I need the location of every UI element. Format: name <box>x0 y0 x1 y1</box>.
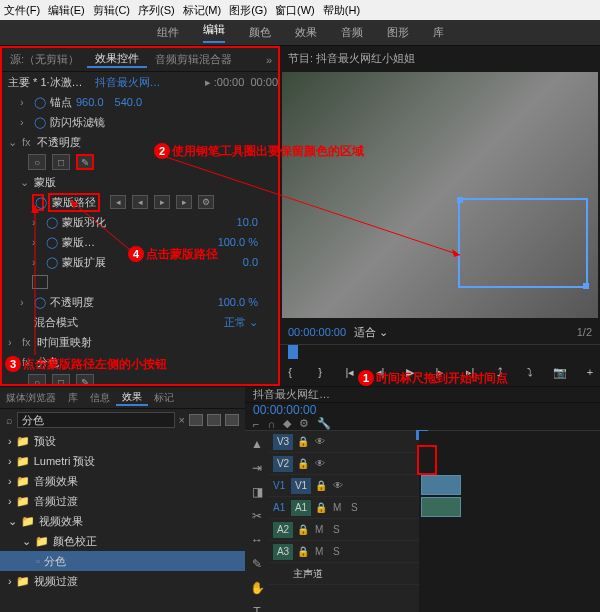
settings-icon[interactable]: + <box>580 363 600 381</box>
lift-icon[interactable]: ⤴ <box>490 363 510 381</box>
tree-audio-trans[interactable]: 音频过渡 <box>34 494 78 509</box>
rect-mask-icon[interactable]: □ <box>52 154 70 170</box>
track-v3-label[interactable]: V3 <box>273 434 293 450</box>
link-icon[interactable]: ∩ <box>267 418 275 430</box>
tab-library[interactable]: 库 <box>62 391 84 405</box>
lock-icon[interactable]: 🔒 <box>297 546 311 557</box>
menu-marker[interactable]: 标记(M) <box>183 3 222 18</box>
mask-outline[interactable] <box>458 198 588 288</box>
extract-icon[interactable]: ⤵ <box>520 363 540 381</box>
fx-badge-icon[interactable]: fx <box>22 136 31 148</box>
anchor-x[interactable]: 960.0 <box>76 96 104 108</box>
pen-tool-icon[interactable]: ✎ <box>248 555 266 573</box>
go-in-icon[interactable]: |◂ <box>340 363 360 381</box>
tree-lumetri[interactable]: Lumetri 预设 <box>34 454 96 469</box>
hand-tool-icon[interactable]: ✋ <box>248 579 266 597</box>
tree-presets[interactable]: 预设 <box>34 434 56 449</box>
mask-invert-checkbox[interactable] <box>32 275 48 289</box>
step-fwd-icon[interactable]: |▸ <box>430 363 450 381</box>
program-timecode[interactable]: 00:00:00:00 <box>288 326 346 338</box>
rect-mask-icon[interactable]: □ <box>52 374 70 384</box>
go-out-icon[interactable]: ▸| <box>460 363 480 381</box>
track-a2-label[interactable]: A2 <box>273 522 293 538</box>
ellipse-mask-icon[interactable]: ○ <box>28 374 46 384</box>
menu-graphics[interactable]: 图形(G) <box>229 3 267 18</box>
fx-badge-icon[interactable]: fx <box>22 356 31 368</box>
mask-path-label[interactable]: 蒙版路径 <box>48 193 100 212</box>
mask-track-prev-icon[interactable]: ◂ <box>132 195 148 209</box>
stopwatch-icon[interactable]: ◯ <box>34 296 46 309</box>
mask-expand-value[interactable]: 0.0 <box>243 256 258 268</box>
menu-help[interactable]: 帮助(H) <box>323 3 360 18</box>
export-frame-icon[interactable]: 📷 <box>550 363 570 381</box>
lock-icon[interactable]: 🔒 <box>297 436 311 447</box>
effects-search-input[interactable] <box>17 412 175 428</box>
settings-icon[interactable]: ⚙ <box>299 417 309 430</box>
pen-mask-icon[interactable]: ✎ <box>76 374 94 384</box>
blend-mode-value[interactable]: 正常 ⌄ <box>224 315 258 330</box>
timeline-clips-area[interactable] <box>419 431 600 612</box>
menu-window[interactable]: 窗口(W) <box>275 3 315 18</box>
program-viewer[interactable] <box>282 72 598 318</box>
fx-badge-filter-icon[interactable] <box>189 414 203 426</box>
stopwatch-icon[interactable]: ◯ <box>46 256 58 269</box>
track-a1-label[interactable]: A1 <box>291 500 311 516</box>
ripple-tool-icon[interactable]: ◨ <box>248 483 266 501</box>
eye-icon[interactable]: 👁 <box>315 436 329 447</box>
eye-icon[interactable]: 👁 <box>333 480 347 491</box>
ellipse-mask-icon[interactable]: ○ <box>28 154 46 170</box>
mask-track-next-icon[interactable]: ▸ <box>176 195 192 209</box>
snap-icon[interactable]: ⌐ <box>253 418 259 430</box>
clear-search-icon[interactable]: × <box>179 414 185 426</box>
lock-icon[interactable]: 🔒 <box>315 480 329 491</box>
mask-opacity-value[interactable]: 100.0 % <box>218 236 258 248</box>
ws-tab-audio[interactable]: 音频 <box>341 25 363 40</box>
timeline-timecode[interactable]: 00:00:00:00 <box>253 403 316 417</box>
tab-media-browser[interactable]: 媒体浏览器 <box>0 391 62 405</box>
mark-out-icon[interactable]: } <box>310 363 330 381</box>
menu-clip[interactable]: 剪辑(C) <box>93 3 130 18</box>
audio-clip[interactable] <box>421 497 461 517</box>
playhead-icon[interactable] <box>288 345 298 359</box>
track-v1-label[interactable]: V1 <box>291 478 311 494</box>
type-tool-icon[interactable]: T <box>248 603 266 612</box>
stopwatch-icon[interactable]: ◯ <box>34 96 46 109</box>
ws-tab-library[interactable]: 库 <box>433 25 444 40</box>
menu-sequence[interactable]: 序列(S) <box>138 3 175 18</box>
zoom-fit-dropdown[interactable]: 适合 ⌄ <box>354 325 388 340</box>
mask-path-stopwatch[interactable]: ◯ <box>32 194 44 211</box>
tab-audio-mixer[interactable]: 音频剪辑混合器 <box>147 52 240 67</box>
fx-badge-filter-icon[interactable] <box>225 414 239 426</box>
pen-mask-icon[interactable]: ✎ <box>76 154 94 170</box>
stopwatch-icon[interactable]: ◯ <box>46 216 58 229</box>
tab-effect-controls[interactable]: 效果控件 <box>87 51 147 68</box>
program-scrubber[interactable] <box>280 344 600 358</box>
ws-tab-color[interactable]: 颜色 <box>249 25 271 40</box>
opacity-value[interactable]: 100.0 % <box>218 296 258 308</box>
mask-feather-value[interactable]: 10.0 <box>237 216 258 228</box>
marker-icon[interactable]: ◆ <box>283 417 291 430</box>
lock-icon[interactable]: 🔒 <box>297 524 311 535</box>
ws-tab-graphics[interactable]: 图形 <box>387 25 409 40</box>
tree-video-fx[interactable]: 视频效果 <box>39 514 83 529</box>
stopwatch-icon[interactable]: ◯ <box>34 116 46 129</box>
stopwatch-icon[interactable]: ◯ <box>46 236 58 249</box>
track-v2-label[interactable]: V2 <box>273 456 293 472</box>
tab-markers[interactable]: 标记 <box>148 391 180 405</box>
mask-track-play-icon[interactable]: ▸ <box>154 195 170 209</box>
track-select-icon[interactable]: ⇥ <box>248 459 266 477</box>
tree-video-trans[interactable]: 视频过渡 <box>34 574 78 589</box>
tree-color-correct[interactable]: 颜色校正 <box>53 534 97 549</box>
fx-badge-icon[interactable]: fx <box>22 336 31 348</box>
play-icon[interactable]: ▶ <box>400 363 420 381</box>
tab-source[interactable]: 源:（无剪辑） <box>2 52 87 67</box>
slip-tool-icon[interactable]: ↔ <box>248 531 266 549</box>
tab-info[interactable]: 信息 <box>84 391 116 405</box>
panel-menu-icon[interactable]: » <box>266 54 272 66</box>
fx-badge-filter-icon[interactable] <box>207 414 221 426</box>
lock-icon[interactable]: 🔒 <box>297 458 311 469</box>
menu-edit[interactable]: 编辑(E) <box>48 3 85 18</box>
mark-in-icon[interactable]: { <box>280 363 300 381</box>
selection-tool-icon[interactable]: ▲ <box>248 435 266 453</box>
ws-tab-edit[interactable]: 编辑 <box>203 22 225 43</box>
